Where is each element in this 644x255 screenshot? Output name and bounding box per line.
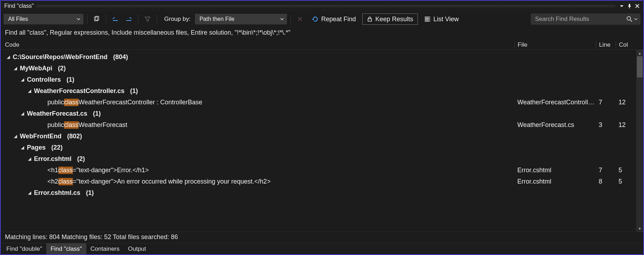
group-count: (2)	[74, 155, 85, 163]
arrow-left-icon	[112, 16, 119, 22]
column-header-col[interactable]: Col	[616, 41, 636, 48]
expand-collapse-icon[interactable]: ◢	[19, 77, 25, 82]
copy-button[interactable]	[91, 14, 102, 24]
title-grip[interactable]	[36, 5, 615, 7]
group-count: (1)	[90, 110, 101, 117]
tree-group-row[interactable]: ◢Pages (22)	[1, 142, 636, 153]
code-cell: ◢Error.cshtml (2)	[1, 155, 514, 163]
code-cell: ◢WeatherForecast.cs (1)	[1, 110, 514, 117]
tree-group-row[interactable]: ◢WebFrontEnd (802)	[1, 131, 636, 142]
tree-group-row[interactable]: ◢Controllers (1)	[1, 74, 636, 85]
column-header-file[interactable]: File	[514, 41, 596, 48]
bottom-tab[interactable]: Find "class"	[46, 243, 86, 254]
keep-results-label: Keep Results	[375, 16, 413, 23]
code-cell: ◢Controllers (1)	[1, 76, 514, 83]
results-area: ◢C:\Source\Repos\WebFrontEnd (804)◢MyWeb…	[1, 50, 643, 232]
results-tree[interactable]: ◢C:\Source\Repos\WebFrontEnd (804)◢MyWeb…	[1, 50, 643, 232]
scrollbar[interactable]: ▲ ▼	[636, 50, 643, 232]
expand-collapse-icon[interactable]: ◢	[5, 54, 11, 59]
tree-group-row[interactable]: ◢C:\Source\Repos\WebFrontEnd (804)	[1, 51, 636, 63]
repeat-find-button[interactable]: Repeat Find	[308, 13, 360, 25]
match-pre: public	[47, 121, 64, 129]
scroll-thumb[interactable]	[637, 56, 643, 77]
next-result-button[interactable]	[123, 14, 134, 24]
group-count: (804)	[110, 53, 128, 61]
match-pre: <h2	[47, 178, 58, 185]
group-count: (1)	[82, 189, 94, 197]
file-cell: Error.cshtml	[514, 167, 596, 174]
match-post: WeatherForecast	[79, 121, 127, 129]
code-cell: public class WeatherForecastController :…	[1, 99, 514, 106]
group-label: Error.cshtml	[34, 155, 71, 163]
scroll-up-icon[interactable]: ▲	[636, 50, 643, 56]
group-label: WeatherForecastController.cs	[34, 87, 125, 95]
separator	[157, 14, 157, 24]
source-filter-dropdown[interactable]: All Files	[4, 14, 84, 24]
list-view-button[interactable]: List View	[420, 13, 463, 25]
code-cell: ◢Error.cshtml.cs (1)	[1, 189, 514, 197]
bottom-tab[interactable]: Output	[124, 243, 150, 254]
delete-button[interactable]	[294, 14, 306, 24]
result-row[interactable]: public class WeatherForecastController :…	[1, 97, 636, 108]
search-find-results[interactable]	[531, 13, 640, 25]
keep-results-button[interactable]: Keep Results	[362, 13, 418, 25]
code-cell: ◢Pages (22)	[1, 144, 514, 151]
expand-collapse-icon[interactable]: ◢	[26, 156, 33, 161]
separator	[138, 14, 138, 24]
pin-button[interactable]	[626, 2, 633, 10]
expand-collapse-icon[interactable]: ◢	[26, 190, 33, 195]
line-cell: 8	[596, 178, 616, 185]
column-header-line[interactable]: Line	[596, 41, 616, 48]
clear-filter-button[interactable]	[142, 14, 153, 24]
close-button[interactable]	[633, 2, 641, 10]
code-cell: ◢C:\Source\Repos\WebFrontEnd (804)	[1, 53, 514, 61]
separator	[106, 14, 106, 24]
match-post: WeatherForecastController : ControllerBa…	[79, 99, 202, 106]
window-menu-button[interactable]	[618, 2, 626, 10]
separator	[87, 14, 87, 24]
tree-group-row[interactable]: ◢Error.cshtml.cs (1)	[1, 187, 636, 198]
group-count: (1)	[63, 76, 74, 83]
group-by-dropdown[interactable]: Path then File	[195, 14, 287, 24]
group-label: Error.cshtml.cs	[34, 189, 80, 197]
tree-group-row[interactable]: ◢WeatherForecastController.cs (1)	[1, 85, 636, 97]
tree-group-row[interactable]: ◢WeatherForecast.cs (1)	[1, 108, 636, 119]
match-highlight: class	[58, 178, 73, 185]
col-cell: 12	[616, 121, 636, 129]
file-cell: Error.cshtml	[514, 178, 596, 185]
bottom-tabs: Find "double"Find "class"ContainersOutpu…	[1, 243, 643, 254]
group-label: WeatherForecast.cs	[27, 110, 87, 117]
code-cell: public class WeatherForecast	[1, 121, 514, 129]
col-cell: 5	[616, 167, 636, 174]
search-summary: Find all "class", Regular expressions, I…	[1, 27, 643, 40]
search-icon[interactable]	[626, 16, 633, 22]
bottom-tab[interactable]: Find "double"	[2, 243, 46, 254]
expand-collapse-icon[interactable]: ◢	[19, 145, 25, 150]
expand-collapse-icon[interactable]: ◢	[19, 111, 25, 116]
search-input[interactable]	[535, 16, 626, 23]
group-label: MyWebApi	[20, 65, 52, 72]
repeat-find-label: Repeat Find	[321, 16, 356, 23]
match-post: ="text-danger">An error occurred while p…	[73, 178, 271, 185]
bottom-tab[interactable]: Containers	[86, 243, 124, 254]
group-label: Controllers	[27, 76, 61, 83]
result-row[interactable]: <h2 class="text-danger">An error occurre…	[1, 176, 636, 187]
expand-collapse-icon[interactable]: ◢	[12, 66, 18, 71]
column-header-code[interactable]: Code	[5, 41, 514, 48]
column-header-row: Code File Line Col	[1, 40, 643, 50]
lock-icon	[367, 16, 373, 22]
expand-collapse-icon[interactable]: ◢	[26, 88, 33, 93]
previous-result-button[interactable]	[110, 14, 121, 24]
scroll-down-icon[interactable]: ▼	[636, 225, 643, 232]
tree-group-row[interactable]: ◢Error.cshtml (2)	[1, 153, 636, 164]
result-row[interactable]: <h1 class="text-danger">Error.</h1>Error…	[1, 164, 636, 176]
chevron-down-icon	[77, 17, 80, 21]
file-cell: WeatherForecastControlle...	[514, 99, 596, 106]
expand-collapse-icon[interactable]: ◢	[12, 134, 18, 139]
result-row[interactable]: public class WeatherForecastWeatherForec…	[1, 119, 636, 131]
group-count: (2)	[54, 65, 66, 72]
tree-group-row[interactable]: ◢MyWebApi (2)	[1, 63, 636, 74]
code-cell: ◢MyWebApi (2)	[1, 65, 514, 72]
match-highlight: class	[58, 167, 73, 174]
chevron-down-icon[interactable]	[634, 17, 638, 21]
